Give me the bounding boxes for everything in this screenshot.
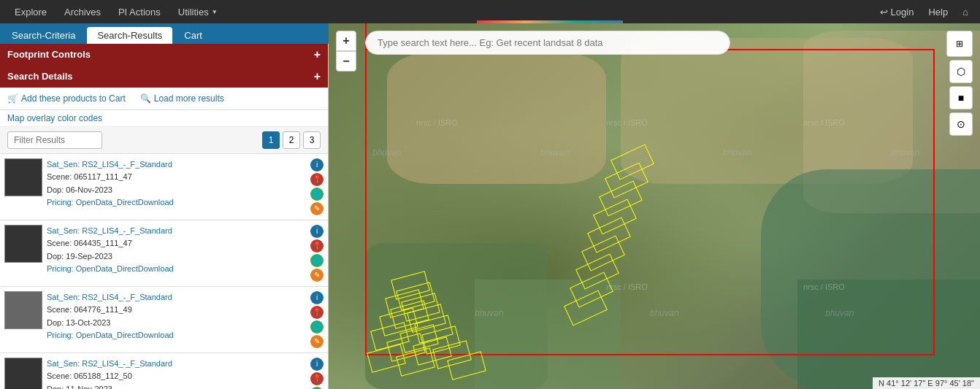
coastal-region-bottom	[797, 280, 980, 389]
coordinates-bar: N 41° 12' 17" E 97° 45' 18"	[873, 377, 980, 389]
nav-help[interactable]: Help	[924, 4, 952, 20]
map-overlay-link[interactable]: Map overlay color codes	[0, 110, 328, 127]
edit-action-icon[interactable]: ✎	[310, 269, 324, 282]
mountain-region2	[475, 280, 621, 389]
result-info: Sat_Sen: RS2_LIS4_-_F_Standard Scene: 06…	[47, 225, 306, 276]
info-action-icon[interactable]: i	[310, 225, 324, 238]
globe-action-icon[interactable]: 🌐	[310, 188, 324, 201]
footprint-controls-toggle-icon: +	[314, 48, 321, 61]
zoom-in-button[interactable]: +	[336, 31, 356, 51]
result-actions: i 📍 🌐 ✎	[310, 225, 324, 282]
home-icon: ⌂	[962, 7, 968, 18]
map-square-button[interactable]: ■	[949, 86, 973, 109]
result-actions: i 📍 🌐 ✎	[310, 158, 324, 215]
result-actions: i 📍 🌐 ✎	[310, 358, 324, 389]
hexagon-icon: ⬡	[957, 66, 965, 77]
globe-action-icon[interactable]: 🌐	[310, 387, 324, 389]
nav-login[interactable]: ↩ Login	[876, 4, 919, 20]
map-layers-button[interactable]: ⊞	[946, 31, 973, 57]
result-actions: i 📍 🌐 ✎	[310, 291, 324, 348]
search-details-label: Search Details	[7, 71, 73, 82]
chevron-down-icon: ▼	[212, 9, 218, 15]
top-navigation: Explore Archives PI Actions Utilities ▼ …	[0, 0, 980, 23]
globe-action-icon[interactable]: 🌐	[310, 254, 324, 267]
zoom-out-button[interactable]: −	[336, 51, 356, 72]
location-action-icon[interactable]: 📍	[310, 173, 324, 186]
filter-input[interactable]	[7, 131, 102, 149]
square-icon: ■	[958, 92, 964, 104]
map-search-input[interactable]	[365, 31, 730, 55]
map-search-box	[365, 31, 730, 55]
location-action-icon[interactable]: 📍	[310, 306, 324, 319]
footprint-controls-header[interactable]: Footprint Controls +	[0, 44, 328, 66]
result-thumbnail	[4, 291, 42, 329]
zoom-controls: + −	[336, 31, 356, 72]
map-hexagon-button[interactable]: ⬡	[949, 60, 973, 83]
edit-action-icon[interactable]: ✎	[310, 335, 324, 348]
result-thumbnail	[4, 358, 42, 389]
tab-search-criteria[interactable]: Search-Criteria	[1, 27, 85, 44]
result-thumbnail	[4, 225, 42, 263]
nav-explore[interactable]: Explore	[7, 4, 54, 20]
nav-pi-actions[interactable]: PI Actions	[111, 4, 168, 20]
nav-right-group: ↩ Login Help ⌂	[876, 4, 973, 20]
result-item: Sat_Sen: RS2_LIS4_-_F_Standard Scene: 06…	[0, 353, 328, 389]
map-area[interactable]: nrsc / ISRO nrsc / ISRO nrsc / ISRO nrsc…	[329, 23, 980, 389]
map-circle-button[interactable]: ⊙	[949, 112, 973, 136]
load-more-button[interactable]: 🔍 Load more results	[140, 93, 224, 104]
search-actions-bar: 🛒 Add these products to Cart 🔍 Load more…	[0, 88, 328, 110]
result-item: Sat_Sen: RS2_LIS4_-_F_Standard Scene: 06…	[0, 220, 328, 287]
layers-icon: ⊞	[956, 39, 963, 49]
location-action-icon[interactable]: 📍	[310, 372, 324, 385]
point-icon: ⊙	[957, 118, 965, 130]
result-thumbnail	[4, 158, 42, 196]
location-action-icon[interactable]: 📍	[310, 239, 324, 253]
result-info: Sat_Sen: RS2_LIS4_-_F_Standard Scene: 06…	[47, 358, 306, 389]
search-details-header[interactable]: Search Details +	[0, 66, 328, 88]
globe-action-icon[interactable]: 🌐	[310, 320, 324, 334]
filter-pagination-row: 1 2 3	[0, 127, 328, 154]
edit-action-icon[interactable]: ✎	[310, 202, 324, 215]
nav-archives[interactable]: Archives	[57, 4, 108, 20]
result-item: Sat_Sen: RS2_LIS4_-_F_Standard Scene: 06…	[0, 154, 328, 220]
tab-search-results[interactable]: Search-Results	[87, 27, 172, 44]
tabs-bar: Search-Criteria Search-Results Cart	[0, 23, 329, 44]
nav-home[interactable]: ⌂	[958, 4, 973, 20]
cart-icon: 🛒	[7, 93, 18, 104]
info-action-icon[interactable]: i	[310, 158, 324, 172]
search-details-toggle-icon: +	[314, 70, 321, 83]
sidebar: Footprint Controls + Search Details + 🛒 …	[0, 44, 329, 389]
footprint-controls-label: Footprint Controls	[7, 49, 91, 60]
page-3-button[interactable]: 3	[303, 131, 321, 149]
result-info: Sat_Sen: RS2_LIS4_-_F_Standard Scene: 06…	[47, 158, 306, 209]
nav-utilities[interactable]: Utilities ▼	[171, 4, 225, 20]
result-info: Sat_Sen: RS2_LIS4_-_F_Standard Scene: 06…	[47, 291, 306, 342]
results-list: Sat_Sen: RS2_LIS4_-_F_Standard Scene: 06…	[0, 154, 328, 389]
tab-cart[interactable]: Cart	[174, 27, 213, 44]
login-icon: ↩	[880, 7, 888, 18]
info-action-icon[interactable]: i	[310, 358, 324, 371]
info-action-icon[interactable]: i	[310, 291, 324, 304]
search-icon: 🔍	[140, 93, 151, 104]
terrain-patch	[387, 53, 606, 184]
add-to-cart-button[interactable]: 🛒 Add these products to Cart	[7, 93, 126, 104]
page-1-button[interactable]: 1	[262, 131, 280, 149]
page-2-button[interactable]: 2	[283, 131, 300, 149]
result-item: Sat_Sen: RS2_LIS4_-_F_Standard Scene: 06…	[0, 287, 328, 353]
map-right-controls: ⬡ ■ ⊙	[949, 60, 973, 136]
